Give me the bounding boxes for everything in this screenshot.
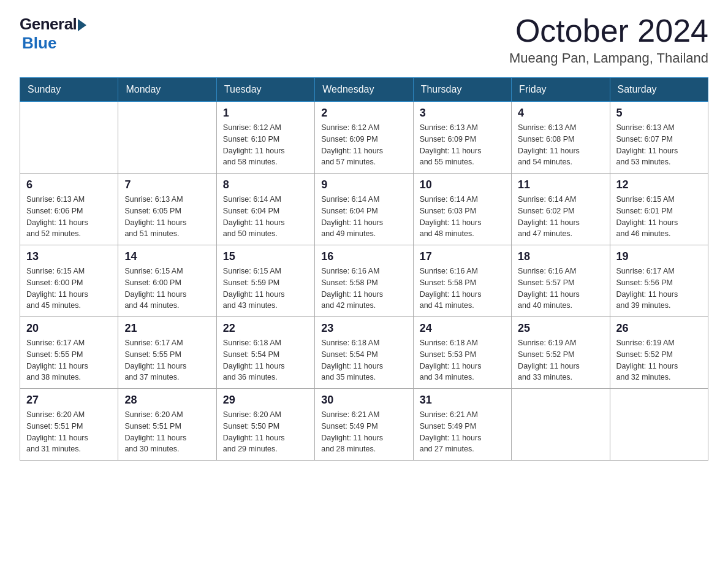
- day-info: Sunrise: 6:15 AM Sunset: 6:00 PM Dayligh…: [26, 266, 112, 312]
- day-number: 5: [616, 107, 702, 120]
- day-number: 28: [124, 394, 210, 407]
- calendar-week-row: 1Sunrise: 6:12 AM Sunset: 6:10 PM Daylig…: [20, 102, 708, 174]
- day-info: Sunrise: 6:16 AM Sunset: 5:57 PM Dayligh…: [518, 266, 603, 312]
- logo: General Blue: [20, 15, 86, 53]
- title-section: October 2024 Mueang Pan, Lampang, Thaila…: [509, 15, 708, 66]
- day-number: 13: [26, 250, 112, 263]
- day-info: Sunrise: 6:13 AM Sunset: 6:06 PM Dayligh…: [26, 194, 112, 240]
- calendar-cell: 16Sunrise: 6:16 AM Sunset: 5:58 PM Dayli…: [315, 245, 413, 317]
- day-info: Sunrise: 6:12 AM Sunset: 6:09 PM Dayligh…: [321, 122, 406, 168]
- calendar-cell: [118, 102, 216, 174]
- calendar-cell: 22Sunrise: 6:18 AM Sunset: 5:54 PM Dayli…: [216, 317, 314, 389]
- calendar-header-cell: Friday: [512, 78, 610, 102]
- day-number: 25: [518, 322, 603, 335]
- day-info: Sunrise: 6:14 AM Sunset: 6:03 PM Dayligh…: [420, 194, 505, 240]
- calendar-week-row: 27Sunrise: 6:20 AM Sunset: 5:51 PM Dayli…: [20, 389, 708, 461]
- day-number: 26: [616, 322, 702, 335]
- day-number: 21: [124, 322, 210, 335]
- day-number: 30: [321, 394, 406, 407]
- day-info: Sunrise: 6:12 AM Sunset: 6:10 PM Dayligh…: [223, 122, 308, 168]
- day-number: 18: [518, 250, 603, 263]
- day-info: Sunrise: 6:18 AM Sunset: 5:54 PM Dayligh…: [223, 337, 308, 383]
- day-number: 22: [223, 322, 308, 335]
- day-info: Sunrise: 6:15 AM Sunset: 5:59 PM Dayligh…: [223, 266, 308, 312]
- day-number: 6: [26, 178, 112, 191]
- day-info: Sunrise: 6:16 AM Sunset: 5:58 PM Dayligh…: [420, 266, 505, 312]
- day-info: Sunrise: 6:18 AM Sunset: 5:54 PM Dayligh…: [321, 337, 406, 383]
- day-info: Sunrise: 6:20 AM Sunset: 5:51 PM Dayligh…: [124, 409, 210, 455]
- calendar-cell: 31Sunrise: 6:21 AM Sunset: 5:49 PM Dayli…: [413, 389, 511, 461]
- calendar-body: 1Sunrise: 6:12 AM Sunset: 6:10 PM Daylig…: [20, 102, 708, 461]
- calendar-cell: 29Sunrise: 6:20 AM Sunset: 5:50 PM Dayli…: [216, 389, 314, 461]
- day-number: 12: [616, 178, 702, 191]
- calendar-cell: 13Sunrise: 6:15 AM Sunset: 6:00 PM Dayli…: [20, 245, 118, 317]
- calendar-header-cell: Wednesday: [315, 78, 413, 102]
- day-number: 24: [420, 322, 505, 335]
- calendar-cell: 20Sunrise: 6:17 AM Sunset: 5:55 PM Dayli…: [20, 317, 118, 389]
- day-number: 19: [616, 250, 702, 263]
- day-number: 10: [420, 178, 505, 191]
- calendar-header-cell: Monday: [118, 78, 216, 102]
- calendar-table: SundayMondayTuesdayWednesdayThursdayFrid…: [20, 77, 708, 461]
- calendar-cell: [20, 102, 118, 174]
- day-number: 20: [26, 322, 112, 335]
- day-info: Sunrise: 6:13 AM Sunset: 6:09 PM Dayligh…: [420, 122, 505, 168]
- calendar-week-row: 20Sunrise: 6:17 AM Sunset: 5:55 PM Dayli…: [20, 317, 708, 389]
- calendar-cell: 6Sunrise: 6:13 AM Sunset: 6:06 PM Daylig…: [20, 174, 118, 245]
- day-info: Sunrise: 6:16 AM Sunset: 5:58 PM Dayligh…: [321, 266, 406, 312]
- day-number: 3: [420, 107, 505, 120]
- calendar-week-row: 6Sunrise: 6:13 AM Sunset: 6:06 PM Daylig…: [20, 174, 708, 245]
- day-info: Sunrise: 6:18 AM Sunset: 5:53 PM Dayligh…: [420, 337, 505, 383]
- calendar-cell: 3Sunrise: 6:13 AM Sunset: 6:09 PM Daylig…: [413, 102, 511, 174]
- calendar-cell: 4Sunrise: 6:13 AM Sunset: 6:08 PM Daylig…: [512, 102, 610, 174]
- day-info: Sunrise: 6:21 AM Sunset: 5:49 PM Dayligh…: [321, 409, 406, 455]
- day-info: Sunrise: 6:21 AM Sunset: 5:49 PM Dayligh…: [420, 409, 505, 455]
- day-number: 9: [321, 178, 406, 191]
- day-number: 29: [223, 394, 308, 407]
- calendar-cell: 24Sunrise: 6:18 AM Sunset: 5:53 PM Dayli…: [413, 317, 511, 389]
- calendar-header-cell: Tuesday: [216, 78, 314, 102]
- day-number: 1: [223, 107, 308, 120]
- calendar-cell: 21Sunrise: 6:17 AM Sunset: 5:55 PM Dayli…: [118, 317, 216, 389]
- logo-arrow-icon: [78, 19, 86, 31]
- calendar-cell: 10Sunrise: 6:14 AM Sunset: 6:03 PM Dayli…: [413, 174, 511, 245]
- day-number: 11: [518, 178, 603, 191]
- calendar-cell: 11Sunrise: 6:14 AM Sunset: 6:02 PM Dayli…: [512, 174, 610, 245]
- day-info: Sunrise: 6:20 AM Sunset: 5:51 PM Dayligh…: [26, 409, 112, 455]
- day-info: Sunrise: 6:15 AM Sunset: 6:00 PM Dayligh…: [124, 266, 210, 312]
- day-number: 27: [26, 394, 112, 407]
- day-number: 14: [124, 250, 210, 263]
- logo-blue-text: Blue: [22, 34, 56, 53]
- day-number: 2: [321, 107, 406, 120]
- location-title: Mueang Pan, Lampang, Thailand: [509, 50, 708, 66]
- calendar-header-cell: Sunday: [20, 78, 118, 102]
- day-number: 15: [223, 250, 308, 263]
- day-info: Sunrise: 6:17 AM Sunset: 5:56 PM Dayligh…: [616, 266, 702, 312]
- logo-general-text: General: [20, 15, 77, 34]
- calendar-cell: 9Sunrise: 6:14 AM Sunset: 6:04 PM Daylig…: [315, 174, 413, 245]
- day-info: Sunrise: 6:17 AM Sunset: 5:55 PM Dayligh…: [124, 337, 210, 383]
- calendar-cell: 17Sunrise: 6:16 AM Sunset: 5:58 PM Dayli…: [413, 245, 511, 317]
- day-info: Sunrise: 6:20 AM Sunset: 5:50 PM Dayligh…: [223, 409, 308, 455]
- calendar-cell: 15Sunrise: 6:15 AM Sunset: 5:59 PM Dayli…: [216, 245, 314, 317]
- day-number: 8: [223, 178, 308, 191]
- calendar-cell: 8Sunrise: 6:14 AM Sunset: 6:04 PM Daylig…: [216, 174, 314, 245]
- header: General Blue October 2024 Mueang Pan, La…: [20, 15, 708, 66]
- day-info: Sunrise: 6:13 AM Sunset: 6:05 PM Dayligh…: [124, 194, 210, 240]
- day-number: 17: [420, 250, 505, 263]
- calendar-cell: 27Sunrise: 6:20 AM Sunset: 5:51 PM Dayli…: [20, 389, 118, 461]
- month-title: October 2024: [509, 15, 708, 47]
- calendar-cell: 2Sunrise: 6:12 AM Sunset: 6:09 PM Daylig…: [315, 102, 413, 174]
- calendar-header-cell: Thursday: [413, 78, 511, 102]
- day-info: Sunrise: 6:19 AM Sunset: 5:52 PM Dayligh…: [518, 337, 603, 383]
- calendar-cell: 5Sunrise: 6:13 AM Sunset: 6:07 PM Daylig…: [610, 102, 708, 174]
- day-info: Sunrise: 6:19 AM Sunset: 5:52 PM Dayligh…: [616, 337, 702, 383]
- calendar-cell: 19Sunrise: 6:17 AM Sunset: 5:56 PM Dayli…: [610, 245, 708, 317]
- day-number: 4: [518, 107, 603, 120]
- day-number: 16: [321, 250, 406, 263]
- calendar-cell: 18Sunrise: 6:16 AM Sunset: 5:57 PM Dayli…: [512, 245, 610, 317]
- calendar-cell: 30Sunrise: 6:21 AM Sunset: 5:49 PM Dayli…: [315, 389, 413, 461]
- day-info: Sunrise: 6:14 AM Sunset: 6:04 PM Dayligh…: [223, 194, 308, 240]
- calendar-cell: 7Sunrise: 6:13 AM Sunset: 6:05 PM Daylig…: [118, 174, 216, 245]
- calendar-cell: 14Sunrise: 6:15 AM Sunset: 6:00 PM Dayli…: [118, 245, 216, 317]
